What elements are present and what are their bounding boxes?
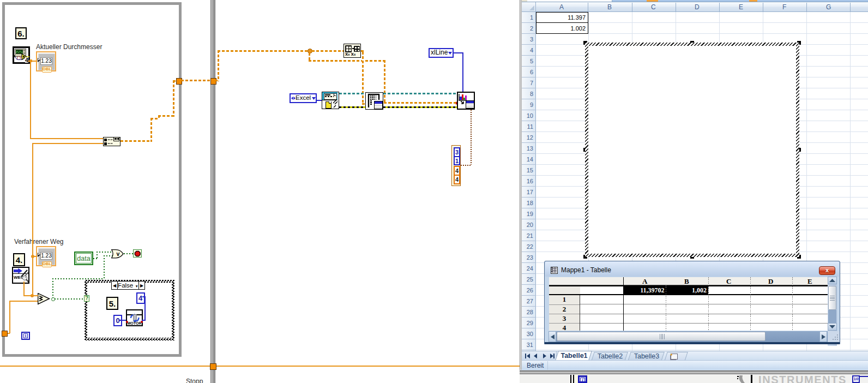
svg-text:v: v	[117, 250, 120, 257]
